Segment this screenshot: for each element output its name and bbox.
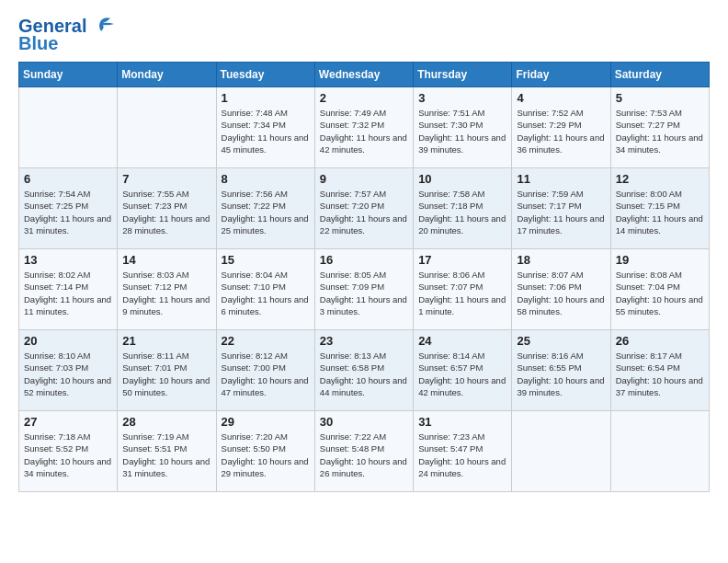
day-content: Sunrise: 8:05 AM Sunset: 7:09 PM Dayligh… xyxy=(320,269,408,317)
day-content: Sunrise: 8:12 AM Sunset: 7:00 PM Dayligh… xyxy=(222,350,310,398)
day-number: 14 xyxy=(122,253,210,267)
day-number: 6 xyxy=(24,172,112,186)
calendar-cell: 18Sunrise: 8:07 AM Sunset: 7:06 PM Dayli… xyxy=(512,249,610,330)
calendar-cell: 30Sunrise: 7:22 AM Sunset: 5:48 PM Dayli… xyxy=(314,411,413,492)
day-number: 21 xyxy=(122,334,210,348)
day-header-saturday: Saturday xyxy=(610,63,709,87)
day-content: Sunrise: 8:02 AM Sunset: 7:14 PM Dayligh… xyxy=(24,269,112,317)
calendar-cell: 24Sunrise: 8:14 AM Sunset: 6:57 PM Dayli… xyxy=(414,330,512,411)
day-number: 24 xyxy=(418,334,506,348)
logo-bird-icon xyxy=(88,15,116,37)
day-number: 17 xyxy=(418,253,506,267)
calendar-week-row: 1Sunrise: 7:48 AM Sunset: 7:34 PM Daylig… xyxy=(19,87,710,168)
logo: General Blue xyxy=(18,15,116,54)
day-number: 29 xyxy=(222,415,310,429)
day-header-sunday: Sunday xyxy=(19,63,118,87)
day-content: Sunrise: 8:08 AM Sunset: 7:04 PM Dayligh… xyxy=(616,269,704,317)
day-header-monday: Monday xyxy=(118,63,216,87)
calendar-cell: 16Sunrise: 8:05 AM Sunset: 7:09 PM Dayli… xyxy=(314,249,413,330)
day-number: 15 xyxy=(222,253,310,267)
day-content: Sunrise: 8:13 AM Sunset: 6:58 PM Dayligh… xyxy=(320,350,408,398)
calendar-cell: 12Sunrise: 8:00 AM Sunset: 7:15 PM Dayli… xyxy=(610,168,709,249)
day-number: 7 xyxy=(122,172,210,186)
calendar-cell: 20Sunrise: 8:10 AM Sunset: 7:03 PM Dayli… xyxy=(19,330,118,411)
day-content: Sunrise: 7:52 AM Sunset: 7:29 PM Dayligh… xyxy=(517,107,605,155)
calendar-cell xyxy=(512,411,610,492)
day-content: Sunrise: 7:49 AM Sunset: 7:32 PM Dayligh… xyxy=(320,107,408,155)
day-content: Sunrise: 7:59 AM Sunset: 7:17 PM Dayligh… xyxy=(517,188,605,236)
calendar-week-row: 13Sunrise: 8:02 AM Sunset: 7:14 PM Dayli… xyxy=(19,249,710,330)
calendar-cell: 8Sunrise: 7:56 AM Sunset: 7:22 PM Daylig… xyxy=(216,168,314,249)
calendar-week-row: 20Sunrise: 8:10 AM Sunset: 7:03 PM Dayli… xyxy=(19,330,710,411)
calendar-cell: 13Sunrise: 8:02 AM Sunset: 7:14 PM Dayli… xyxy=(19,249,118,330)
calendar-cell: 28Sunrise: 7:19 AM Sunset: 5:51 PM Dayli… xyxy=(118,411,216,492)
calendar-body: 1Sunrise: 7:48 AM Sunset: 7:34 PM Daylig… xyxy=(19,87,710,492)
day-content: Sunrise: 7:56 AM Sunset: 7:22 PM Dayligh… xyxy=(222,188,310,236)
day-number: 11 xyxy=(517,172,605,186)
calendar-week-row: 27Sunrise: 7:18 AM Sunset: 5:52 PM Dayli… xyxy=(19,411,710,492)
day-content: Sunrise: 7:58 AM Sunset: 7:18 PM Dayligh… xyxy=(418,188,506,236)
page-header: General Blue xyxy=(18,15,710,54)
day-number: 3 xyxy=(418,91,506,105)
day-content: Sunrise: 7:54 AM Sunset: 7:25 PM Dayligh… xyxy=(24,188,112,236)
day-number: 12 xyxy=(616,172,704,186)
day-content: Sunrise: 8:04 AM Sunset: 7:10 PM Dayligh… xyxy=(222,269,310,317)
calendar-cell: 21Sunrise: 8:11 AM Sunset: 7:01 PM Dayli… xyxy=(118,330,216,411)
day-header-thursday: Thursday xyxy=(414,63,512,87)
calendar-cell: 29Sunrise: 7:20 AM Sunset: 5:50 PM Dayli… xyxy=(216,411,314,492)
day-number: 4 xyxy=(517,91,605,105)
day-number: 23 xyxy=(320,334,408,348)
day-content: Sunrise: 7:18 AM Sunset: 5:52 PM Dayligh… xyxy=(24,431,112,479)
day-number: 22 xyxy=(222,334,310,348)
day-content: Sunrise: 7:19 AM Sunset: 5:51 PM Dayligh… xyxy=(122,431,210,479)
day-number: 26 xyxy=(616,334,704,348)
calendar-cell: 14Sunrise: 8:03 AM Sunset: 7:12 PM Dayli… xyxy=(118,249,216,330)
day-content: Sunrise: 8:03 AM Sunset: 7:12 PM Dayligh… xyxy=(122,269,210,317)
calendar-cell xyxy=(610,411,709,492)
calendar-cell: 9Sunrise: 7:57 AM Sunset: 7:20 PM Daylig… xyxy=(314,168,413,249)
day-content: Sunrise: 8:11 AM Sunset: 7:01 PM Dayligh… xyxy=(122,350,210,398)
calendar-cell: 22Sunrise: 8:12 AM Sunset: 7:00 PM Dayli… xyxy=(216,330,314,411)
day-content: Sunrise: 7:53 AM Sunset: 7:27 PM Dayligh… xyxy=(616,107,704,155)
calendar-cell: 10Sunrise: 7:58 AM Sunset: 7:18 PM Dayli… xyxy=(414,168,512,249)
day-number: 25 xyxy=(517,334,605,348)
calendar-header-row: SundayMondayTuesdayWednesdayThursdayFrid… xyxy=(19,63,710,87)
calendar-table: SundayMondayTuesdayWednesdayThursdayFrid… xyxy=(18,62,710,492)
calendar-cell: 7Sunrise: 7:55 AM Sunset: 7:23 PM Daylig… xyxy=(118,168,216,249)
day-number: 1 xyxy=(222,91,310,105)
day-number: 5 xyxy=(616,91,704,105)
day-content: Sunrise: 7:51 AM Sunset: 7:30 PM Dayligh… xyxy=(418,107,506,155)
day-content: Sunrise: 7:22 AM Sunset: 5:48 PM Dayligh… xyxy=(320,431,408,479)
day-header-tuesday: Tuesday xyxy=(216,63,314,87)
day-header-friday: Friday xyxy=(512,63,610,87)
calendar-cell: 5Sunrise: 7:53 AM Sunset: 7:27 PM Daylig… xyxy=(610,87,709,168)
calendar-cell: 4Sunrise: 7:52 AM Sunset: 7:29 PM Daylig… xyxy=(512,87,610,168)
calendar-cell: 3Sunrise: 7:51 AM Sunset: 7:30 PM Daylig… xyxy=(414,87,512,168)
day-content: Sunrise: 8:17 AM Sunset: 6:54 PM Dayligh… xyxy=(616,350,704,398)
day-number: 13 xyxy=(24,253,112,267)
calendar-cell: 11Sunrise: 7:59 AM Sunset: 7:17 PM Dayli… xyxy=(512,168,610,249)
day-content: Sunrise: 7:23 AM Sunset: 5:47 PM Dayligh… xyxy=(418,431,506,479)
calendar-cell: 1Sunrise: 7:48 AM Sunset: 7:34 PM Daylig… xyxy=(216,87,314,168)
calendar-cell: 17Sunrise: 8:06 AM Sunset: 7:07 PM Dayli… xyxy=(414,249,512,330)
calendar-week-row: 6Sunrise: 7:54 AM Sunset: 7:25 PM Daylig… xyxy=(19,168,710,249)
calendar-cell: 23Sunrise: 8:13 AM Sunset: 6:58 PM Dayli… xyxy=(314,330,413,411)
calendar-cell: 27Sunrise: 7:18 AM Sunset: 5:52 PM Dayli… xyxy=(19,411,118,492)
day-number: 19 xyxy=(616,253,704,267)
day-content: Sunrise: 8:16 AM Sunset: 6:55 PM Dayligh… xyxy=(517,350,605,398)
day-content: Sunrise: 8:14 AM Sunset: 6:57 PM Dayligh… xyxy=(418,350,506,398)
day-number: 10 xyxy=(418,172,506,186)
day-content: Sunrise: 7:20 AM Sunset: 5:50 PM Dayligh… xyxy=(222,431,310,479)
day-content: Sunrise: 8:10 AM Sunset: 7:03 PM Dayligh… xyxy=(24,350,112,398)
calendar-cell: 31Sunrise: 7:23 AM Sunset: 5:47 PM Dayli… xyxy=(414,411,512,492)
day-number: 30 xyxy=(320,415,408,429)
day-number: 28 xyxy=(122,415,210,429)
calendar-cell xyxy=(118,87,216,168)
logo-blue: Blue xyxy=(18,33,58,54)
day-header-wednesday: Wednesday xyxy=(314,63,413,87)
day-number: 27 xyxy=(24,415,112,429)
calendar-cell: 19Sunrise: 8:08 AM Sunset: 7:04 PM Dayli… xyxy=(610,249,709,330)
calendar-cell: 25Sunrise: 8:16 AM Sunset: 6:55 PM Dayli… xyxy=(512,330,610,411)
calendar-cell: 15Sunrise: 8:04 AM Sunset: 7:10 PM Dayli… xyxy=(216,249,314,330)
day-content: Sunrise: 7:55 AM Sunset: 7:23 PM Dayligh… xyxy=(122,188,210,236)
